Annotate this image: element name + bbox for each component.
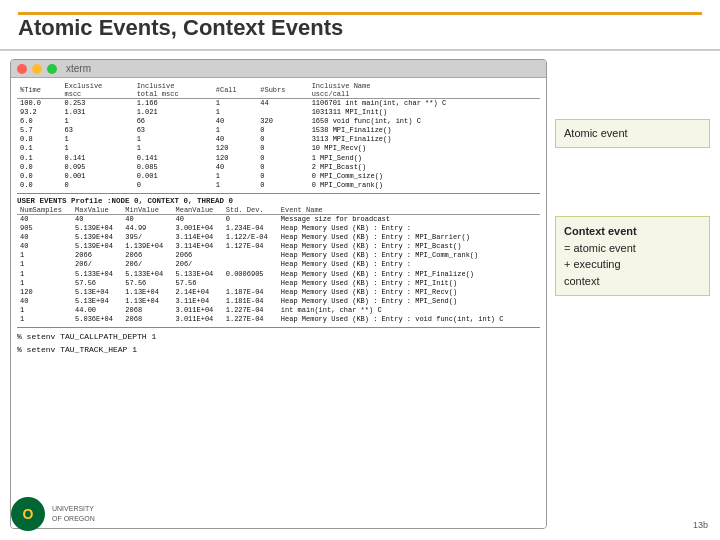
table-row: 405.139E+04395/3.114E+041.122/E-04Heap M… <box>17 233 540 242</box>
command-line: % setenv TAU_CALLPATH_DEPTH 1 <box>17 331 540 344</box>
table-row: 9055.139E+0444.993.001E+041.234E-04Heap … <box>17 224 540 233</box>
context-line: Context event <box>564 223 701 240</box>
terminal-body: %Time Exclusivemscc Inclusivetotal mscc … <box>11 78 546 528</box>
ou-logo-text: UNIVERSITY OF OREGON <box>52 504 95 524</box>
table-row: 15.036E+0420683.011E+041.227E-04Heap Mem… <box>17 315 540 324</box>
atomic-event-callout: Atomic event <box>555 119 710 148</box>
table-row: 404040400Message size for broadcast <box>17 214 540 224</box>
page-number: 13b <box>693 520 708 530</box>
table-row: 405.139E+041.139E+043.114E+041.127E-04He… <box>17 242 540 251</box>
table-row: 5.76363101538 MPI_Finalize() <box>17 126 540 135</box>
page-title: Atomic Events, Context Events <box>18 15 343 40</box>
table-row: 0.00.0010.001100 MPI_Comm_size() <box>17 172 540 181</box>
table1: %Time Exclusivemscc Inclusivetotal mscc … <box>17 82 540 190</box>
table-row: 100.00.2531.1661441106701 int main(int, … <box>17 99 540 109</box>
context-event-callout: Context event= atomic event+ executingco… <box>555 216 710 296</box>
col-stddev: Std. Dev. <box>223 206 278 215</box>
page-header: Atomic Events, Context Events <box>0 0 720 51</box>
col-exclusive: Exclusivemscc <box>62 82 134 99</box>
col-numsamples: NumSamples <box>17 206 72 215</box>
col-inclusive: Inclusivetotal mscc <box>134 82 213 99</box>
table-row: 15.133E+045.133E+045.133E+040.0006905Hea… <box>17 270 540 279</box>
terminal-titlebar: xterm <box>11 60 546 78</box>
traffic-light-green[interactable] <box>47 64 57 74</box>
command-line: % setenv TAU_TRACK_HEAP 1 <box>17 344 540 357</box>
table-row: 0.000100 MPI_Comm_rank() <box>17 181 540 190</box>
col-maxvalue: MaxValue <box>72 206 122 215</box>
table2: NumSamples MaxValue MinValue MeanValue S… <box>17 206 540 324</box>
terminal-window: xterm %Time Exclusivemscc Inclusivetotal… <box>10 59 547 529</box>
col-minvalue: MinValue <box>122 206 172 215</box>
table-row: 93.21.0311.02111031311 MPI_Init() <box>17 108 540 117</box>
col-subrs: #Subrs <box>257 82 308 99</box>
table-row: 0.00.0950.0854002 MPI_Bcast() <box>17 163 540 172</box>
traffic-light-red[interactable] <box>17 64 27 74</box>
table-row: 0.8114003113 MPI_Finalize() <box>17 135 540 144</box>
terminal-title: xterm <box>66 63 91 74</box>
bottom-bar: O UNIVERSITY OF OREGON <box>10 496 95 532</box>
commands-section: % setenv TAU_CALLPATH_DEPTH 1% setenv TA… <box>17 331 540 357</box>
svg-text:O: O <box>23 506 34 522</box>
atomic-event-label: Atomic event <box>564 127 628 139</box>
col-name: Inclusive Nameuscc/call <box>309 82 540 99</box>
ou-logo: O <box>10 496 46 532</box>
context-line: + executing <box>564 256 701 273</box>
table-row: 157.5657.5657.56Heap Memory Used (KB) : … <box>17 279 540 288</box>
traffic-light-yellow[interactable] <box>32 64 42 74</box>
context-event-lines: Context event= atomic event+ executingco… <box>564 223 701 289</box>
section2-header: USER EVENTS Profile :NODE 0, CONTEXT 0, … <box>17 197 540 205</box>
callout-container: Atomic event Context event= atomic event… <box>555 59 710 529</box>
col-time: %Time <box>17 82 62 99</box>
col-meanvalue: MeanValue <box>173 206 223 215</box>
col-call: #Call <box>213 82 258 99</box>
table-row: 405.13E+041.13E+043.11E+041.181E-04Heap … <box>17 297 540 306</box>
main-content: xterm %Time Exclusivemscc Inclusivetotal… <box>0 51 720 537</box>
col-eventname: Event Name <box>278 206 540 215</box>
table-row: 144.0020683.011E+041.227E-04int main(int… <box>17 306 540 315</box>
table-row: 1206620662066Heap Memory Used (KB) : Ent… <box>17 251 540 260</box>
table-row: 0.10.1410.14112001 MPI_Send() <box>17 154 540 163</box>
table-row: 1206/206/206/Heap Memory Used (KB) : Ent… <box>17 260 540 269</box>
table-row: 6.0166403201650 void func(int, int) C <box>17 117 540 126</box>
context-line: context <box>564 273 701 290</box>
context-line: = atomic event <box>564 240 701 257</box>
table-row: 1205.13E+041.13E+042.14E+041.187E-04Heap… <box>17 288 540 297</box>
table-row: 0.111120010 MPI_Recv() <box>17 144 540 153</box>
